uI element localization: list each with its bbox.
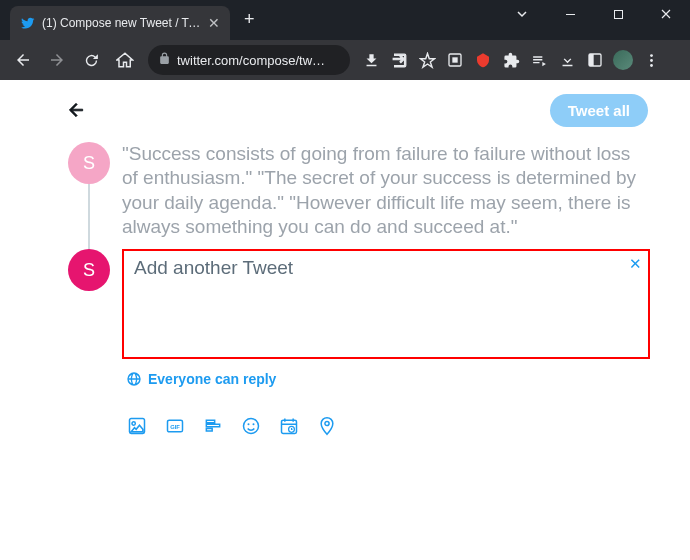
emoji-icon[interactable]	[240, 415, 262, 437]
new-tab-button[interactable]: +	[244, 9, 255, 30]
back-arrow-button[interactable]	[58, 92, 94, 128]
download-icon[interactable]	[554, 47, 580, 73]
twitter-favicon-icon	[20, 15, 36, 31]
lock-icon	[158, 52, 171, 68]
svg-point-5	[650, 54, 653, 57]
puzzle-icon[interactable]	[498, 47, 524, 73]
compose-header: Tweet all	[28, 92, 662, 128]
window-titlebar: (1) Compose new Tweet / Twitter ✕ +	[0, 0, 690, 40]
maximize-icon[interactable]	[594, 0, 642, 28]
thread-tweet-compose: S Add another Tweet ✕ Everyone can reply…	[68, 249, 650, 437]
profile-avatar-icon[interactable]	[610, 47, 636, 73]
location-icon[interactable]	[316, 415, 338, 437]
url-bar[interactable]: twitter.com/compose/tw…	[148, 45, 350, 75]
svg-point-10	[244, 419, 259, 434]
gif-icon[interactable]: GIF	[164, 415, 186, 437]
home-icon[interactable]	[110, 45, 140, 75]
back-icon[interactable]	[8, 45, 38, 75]
avatar: S	[68, 142, 110, 184]
close-icon[interactable]	[642, 0, 690, 28]
tab-close-icon[interactable]: ✕	[208, 15, 220, 31]
svg-rect-0	[614, 10, 622, 18]
compose-action-row: GIF	[126, 415, 650, 437]
extension-square-icon[interactable]	[442, 47, 468, 73]
svg-point-11	[248, 424, 250, 426]
svg-point-6	[650, 59, 653, 62]
globe-icon	[126, 371, 142, 387]
svg-point-7	[650, 64, 653, 67]
chevron-down-icon[interactable]	[498, 0, 546, 28]
window-controls	[498, 0, 690, 28]
tweet-all-button[interactable]: Tweet all	[550, 94, 648, 127]
reply-permission-label: Everyone can reply	[148, 371, 276, 387]
forward-icon[interactable]	[42, 45, 72, 75]
sidepanel-icon[interactable]	[582, 47, 608, 73]
thread-tweet-1: S "Success consists of going from failur…	[68, 142, 650, 239]
poll-icon[interactable]	[202, 415, 224, 437]
browser-tab[interactable]: (1) Compose new Tweet / Twitter ✕	[10, 6, 230, 40]
reload-icon[interactable]	[76, 45, 106, 75]
minimize-icon[interactable]	[546, 0, 594, 28]
remove-tweet-icon[interactable]: ✕	[629, 255, 642, 273]
image-icon[interactable]	[126, 415, 148, 437]
compose-placeholder: Add another Tweet	[134, 257, 293, 278]
playlist-icon[interactable]	[526, 47, 552, 73]
browser-toolbar: twitter.com/compose/tw…	[0, 40, 690, 80]
tweet-text: "Success consists of going from failure …	[122, 142, 650, 239]
svg-rect-4	[589, 54, 594, 66]
more-icon[interactable]	[638, 47, 664, 73]
schedule-icon[interactable]	[278, 415, 300, 437]
svg-text:GIF: GIF	[170, 424, 180, 430]
share-icon[interactable]	[386, 47, 412, 73]
url-text: twitter.com/compose/tw…	[177, 53, 325, 68]
avatar: S	[68, 249, 110, 291]
adblock-icon[interactable]	[470, 47, 496, 73]
page-content: Tweet all S "Success consists of going f…	[0, 80, 690, 560]
reply-permission-button[interactable]: Everyone can reply	[126, 371, 276, 387]
tab-title: (1) Compose new Tweet / Twitter	[42, 16, 202, 30]
install-icon[interactable]	[358, 47, 384, 73]
thread-connector-line	[88, 184, 90, 251]
svg-rect-2	[452, 57, 457, 62]
star-icon[interactable]	[414, 47, 440, 73]
svg-point-12	[253, 424, 255, 426]
compose-textarea[interactable]: Add another Tweet ✕	[122, 249, 650, 359]
